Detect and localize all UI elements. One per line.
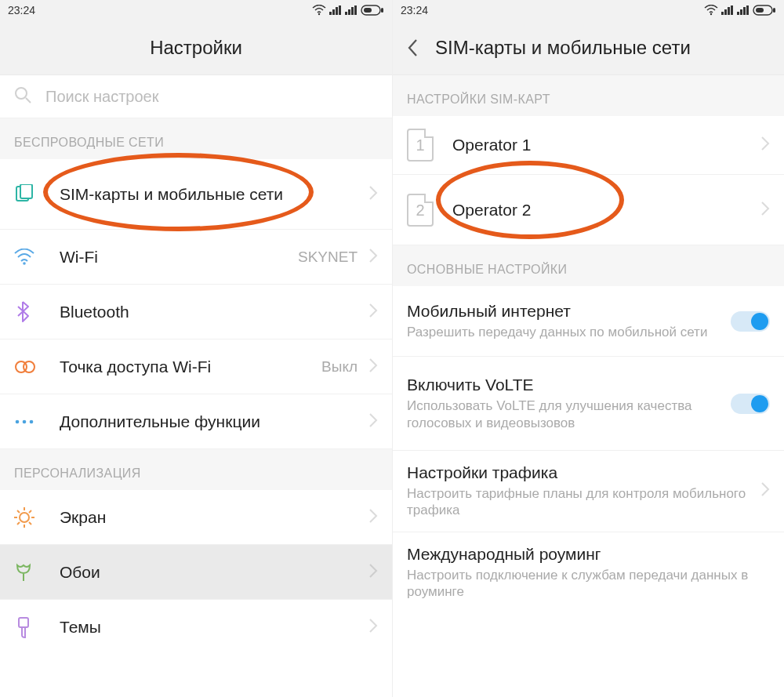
chevron-right-icon <box>760 481 770 500</box>
svg-rect-1 <box>329 12 332 15</box>
chevron-right-icon <box>368 412 378 431</box>
row-wallpaper[interactable]: Обои <box>0 545 392 600</box>
sim-slot-icon: 2 <box>407 194 434 227</box>
svg-rect-11 <box>364 8 372 13</box>
mobile-data-toggle[interactable] <box>731 311 770 332</box>
row-title: Международный роуминг <box>407 545 770 564</box>
wifi-icon <box>312 5 326 16</box>
row-label: Дополнительные функции <box>60 412 368 431</box>
row-label: Точка доступа Wi-Fi <box>60 358 321 376</box>
chevron-right-icon <box>368 303 378 321</box>
row-bluetooth[interactable]: Bluetooth <box>0 285 392 339</box>
svg-rect-36 <box>731 5 733 15</box>
row-mobile-data[interactable]: Мобильный интернет Разрешить передачу да… <box>393 286 784 357</box>
signal-icon <box>345 5 358 15</box>
svg-point-22 <box>20 513 29 522</box>
statusbar-time: 23:24 <box>401 4 428 16</box>
hotspot-icon <box>14 359 45 375</box>
signal-icon <box>329 5 342 15</box>
screen-sim-settings: 23:24 SIM-карты и мобильные сети НАСТРОЙ… <box>392 0 784 697</box>
svg-rect-34 <box>724 9 727 15</box>
svg-line-28 <box>29 522 31 525</box>
battery-icon <box>361 5 384 16</box>
statusbar-icons <box>704 5 776 16</box>
volte-toggle[interactable] <box>731 394 770 414</box>
battery-icon <box>753 5 776 16</box>
search-input[interactable]: Поиск настроек <box>0 75 392 118</box>
row-roaming[interactable]: Международный роуминг Настроить подключе… <box>393 532 784 613</box>
svg-rect-35 <box>728 7 730 15</box>
page-title: Настройки <box>150 37 242 59</box>
sim-slot-icon: 1 <box>407 129 434 162</box>
row-sim1[interactable]: 1 Operator 1 <box>393 116 784 175</box>
row-display[interactable]: Экран <box>0 490 392 545</box>
svg-rect-31 <box>19 618 28 627</box>
statusbar: 23:24 <box>393 0 784 20</box>
chevron-right-icon <box>368 185 378 204</box>
chevron-left-icon <box>407 38 418 57</box>
section-header-wireless: БЕСПРОВОДНЫЕ СЕТИ <box>0 118 392 159</box>
chevron-right-icon <box>368 563 378 582</box>
row-wifi[interactable]: Wi-Fi SKYNET <box>0 230 392 285</box>
svg-rect-8 <box>354 5 357 15</box>
row-sim2[interactable]: 2 Operator 2 <box>393 175 784 245</box>
page-title: SIM-карты и мобильные сети <box>435 37 691 59</box>
svg-rect-38 <box>740 9 742 15</box>
svg-rect-40 <box>746 5 749 15</box>
row-label: Wi-Fi <box>60 248 298 267</box>
row-label: SIM-карты и мобильные сети <box>60 185 368 204</box>
sun-icon <box>14 507 45 528</box>
row-traffic[interactable]: Настройки трафика Настроить тарифные пла… <box>393 451 784 532</box>
tulip-icon <box>14 562 45 583</box>
row-themes[interactable]: Темы <box>0 600 392 655</box>
title-bar: Настройки <box>0 20 392 75</box>
row-hotspot[interactable]: Точка доступа Wi-Fi Выкл <box>0 339 392 394</box>
svg-point-21 <box>30 419 34 423</box>
chevron-right-icon <box>368 508 378 527</box>
more-icon <box>14 418 45 426</box>
search-placeholder: Поиск настроек <box>45 88 158 106</box>
section-header-personalization: ПЕРСОНАЛИЗАЦИЯ <box>0 449 392 490</box>
svg-rect-3 <box>336 7 338 15</box>
svg-rect-4 <box>339 5 341 15</box>
statusbar: 23:24 <box>0 0 392 20</box>
signal-icon <box>737 5 750 15</box>
svg-rect-6 <box>348 9 350 15</box>
svg-rect-2 <box>332 9 335 15</box>
chevron-right-icon <box>368 248 378 267</box>
row-label: Экран <box>60 508 368 527</box>
bluetooth-icon <box>14 301 45 323</box>
svg-point-12 <box>16 88 27 99</box>
chevron-right-icon <box>760 136 770 154</box>
wifi-icon <box>14 249 45 266</box>
statusbar-icons <box>312 5 384 16</box>
row-label: Обои <box>60 563 368 582</box>
statusbar-time: 23:24 <box>8 4 35 16</box>
brush-icon <box>14 616 45 638</box>
chevron-right-icon <box>368 618 378 637</box>
row-title: Включить VoLTE <box>407 376 731 394</box>
row-label: Operator 2 <box>452 201 760 220</box>
section-header-main: ОСНОВНЫЕ НАСТРОЙКИ <box>393 245 784 286</box>
back-button[interactable] <box>407 20 418 74</box>
svg-rect-39 <box>743 7 746 15</box>
svg-line-27 <box>17 510 20 513</box>
search-icon <box>14 86 31 107</box>
row-subtitle: Разрешить передачу данных по мобильной с… <box>407 324 731 340</box>
row-label: Темы <box>60 618 368 637</box>
row-more-functions[interactable]: Дополнительные функции <box>0 394 392 449</box>
section-header-sim: НАСТРОЙКИ SIM-КАРТ <box>393 75 784 116</box>
svg-rect-37 <box>737 12 739 15</box>
svg-point-32 <box>710 13 712 15</box>
svg-line-13 <box>26 98 31 103</box>
row-volte[interactable]: Включить VoLTE Использовать VoLTE для ул… <box>393 357 784 451</box>
chevron-right-icon <box>368 358 378 376</box>
svg-line-30 <box>17 522 20 525</box>
row-label: Operator 1 <box>452 136 760 154</box>
svg-rect-42 <box>773 8 775 13</box>
svg-point-18 <box>24 361 34 372</box>
row-sim-cards[interactable]: SIM-карты и мобильные сети <box>0 159 392 230</box>
svg-point-0 <box>318 13 320 15</box>
svg-rect-7 <box>351 7 354 15</box>
svg-rect-33 <box>721 12 724 15</box>
